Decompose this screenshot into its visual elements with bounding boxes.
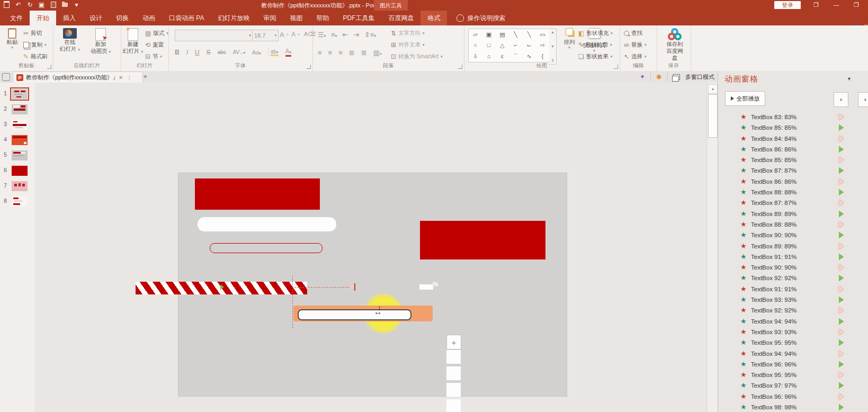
anim-item[interactable]: ★TextBox 84: 84% <box>718 134 868 145</box>
slide-thumbnail-7[interactable] <box>12 181 28 191</box>
anim-item[interactable]: ★TextBox 83: 83% <box>718 112 868 123</box>
anim-item[interactable]: ★TextBox 94: 94% <box>718 317 868 327</box>
anim-item[interactable]: ★TextBox 87: 87% <box>718 198 868 209</box>
open-folder-icon[interactable] <box>61 1 68 8</box>
font-name-combo[interactable]: ▾ <box>175 30 253 41</box>
new-file-icon[interactable] <box>50 1 57 8</box>
shape-icon[interactable]: ⌙ <box>526 42 531 49</box>
move-earlier-button[interactable]: ▲ <box>834 92 848 107</box>
canvas-scrollbar[interactable]: ▲ <box>706 83 718 412</box>
shape-icon[interactable]: ⇩ <box>473 53 478 60</box>
anim-item[interactable]: ★TextBox 88: 88% <box>718 187 868 198</box>
justify-icon[interactable]: ≣ <box>349 49 355 57</box>
new-animation-page-button[interactable]: ➤ 新加 动画页 ▾ <box>87 28 114 55</box>
indent-icon[interactable]: ⇥ <box>353 31 359 39</box>
scrollbar-thumb[interactable] <box>708 94 718 138</box>
white-cell[interactable] <box>446 350 461 364</box>
anim-item[interactable]: ★TextBox 85: 85% <box>718 155 868 166</box>
tab-审阅[interactable]: 审阅 <box>256 11 283 25</box>
align-right-icon[interactable]: ≡ <box>338 49 343 57</box>
change-case-button[interactable]: Aa▾ <box>252 49 261 56</box>
shape-effects-button[interactable]: ❏形状效果▾ <box>578 53 612 60</box>
qat-customize-icon[interactable]: ▾ <box>73 1 80 8</box>
section-button[interactable]: ⊟节▾ <box>145 53 162 60</box>
red-rectangle-title[interactable] <box>195 178 320 210</box>
shape-icon[interactable]: ⌐ <box>514 42 517 48</box>
anim-item[interactable]: ★TextBox 96: 96% <box>718 360 868 370</box>
anim-item[interactable]: ★TextBox 91: 91% <box>718 252 868 263</box>
cut-button[interactable]: ✂剪切 <box>23 30 42 37</box>
white-rounded-bar[interactable] <box>198 217 336 231</box>
numbering-icon[interactable]: ≡▾ <box>331 31 337 39</box>
white-cell[interactable] <box>446 366 461 380</box>
tab-文件[interactable]: 文件 <box>3 11 30 25</box>
shape-icon[interactable]: ∿ <box>526 53 531 60</box>
align-text-button[interactable]: ⊞对齐文本▾ <box>391 41 425 49</box>
anim-item[interactable]: ★TextBox 86: 86% <box>718 145 868 155</box>
shape-icon[interactable]: ⌒ <box>513 52 518 60</box>
login-button[interactable]: 登录 <box>774 1 801 9</box>
anim-item[interactable]: ★TextBox 94: 94% <box>718 349 868 360</box>
anim-item[interactable]: ★TextBox 88: 88% <box>718 220 868 230</box>
shape-icon[interactable]: ╲ <box>527 31 531 38</box>
anim-item[interactable]: ★TextBox 90: 90% <box>718 230 868 241</box>
reset-button[interactable]: ⟲重置 <box>145 41 164 49</box>
tab-幻灯片放映[interactable]: 幻灯片放映 <box>211 11 256 25</box>
scroll-up-icon[interactable]: ▲ <box>708 84 718 94</box>
text-direction-button[interactable]: ⇅文字方向▾ <box>391 30 425 37</box>
anim-item[interactable]: ★TextBox 93: 93% <box>718 295 868 306</box>
distribute-icon[interactable]: ≣ <box>361 49 367 57</box>
anim-item[interactable]: ★TextBox 98: 98% <box>718 402 868 412</box>
anim-item[interactable]: ★TextBox 95: 95% <box>718 338 868 348</box>
new-tab-button[interactable]: + <box>141 73 149 81</box>
format-painter-button[interactable]: ✎格式刷 <box>23 53 48 60</box>
underline-button[interactable]: U <box>195 49 200 56</box>
shape-icon[interactable]: ▱ <box>473 31 477 38</box>
align-left-icon[interactable]: ≡ <box>318 49 322 57</box>
gear-icon[interactable]: ✱ <box>656 73 662 81</box>
anim-item[interactable]: ★TextBox 90: 90% <box>718 263 868 273</box>
red-rectangle-right[interactable] <box>420 221 545 259</box>
select-button[interactable]: ↖选择▾ <box>624 53 647 60</box>
anim-item[interactable]: ★TextBox 96: 96% <box>718 392 868 402</box>
tab-动画[interactable]: 动画 <box>136 11 162 25</box>
subscript-abc-button[interactable]: abc <box>218 49 226 55</box>
tab-开始[interactable]: 开始 <box>30 11 56 25</box>
anim-item[interactable]: ★TextBox 92: 92% <box>718 273 868 284</box>
magic-wand-icon[interactable]: ✦ <box>640 73 645 80</box>
tell-me-search[interactable]: 操作说明搜索 <box>447 11 505 25</box>
shape-icon[interactable]: ▤ <box>499 31 505 38</box>
tab-插入[interactable]: 插入 <box>56 11 83 25</box>
anim-item[interactable]: ★TextBox 93: 93% <box>718 327 868 338</box>
slide-thumbnail-5[interactable] <box>12 150 28 160</box>
bold-button[interactable]: B <box>175 49 180 56</box>
character-spacing-button[interactable]: AV↔▾ <box>233 49 245 55</box>
anim-item[interactable]: ★TextBox 97: 97% <box>718 381 868 391</box>
line-spacing-icon[interactable]: ⇕≡▾ <box>364 31 376 39</box>
move-later-button[interactable]: ▲ <box>858 92 868 107</box>
shape-icon[interactable]: □ <box>487 42 491 48</box>
tab-PDF工具集[interactable]: PDF工具集 <box>336 11 381 25</box>
shape-icon[interactable]: ε <box>501 53 504 59</box>
tab-视图[interactable]: 视图 <box>283 11 309 25</box>
shape-icon[interactable]: ○ <box>473 42 477 48</box>
copy-button[interactable]: 复制▾ <box>23 41 47 49</box>
tab-百度网盘[interactable]: 百度网盘 <box>381 11 420 25</box>
white-cell[interactable] <box>446 399 461 412</box>
undo-icon[interactable]: ↶ <box>15 1 22 8</box>
screen-record-icon[interactable]: ▣ <box>38 1 45 8</box>
layout-button[interactable]: ▤版式▾ <box>145 30 168 37</box>
save-icon[interactable] <box>3 1 10 8</box>
tab-设计[interactable]: 设计 <box>83 11 109 25</box>
slide-thumbnail-2[interactable] <box>12 104 28 114</box>
strikethrough-button[interactable]: S <box>207 49 211 56</box>
paste-button[interactable]: 粘贴▾ <box>3 28 21 50</box>
outdent-icon[interactable]: ⇤ <box>342 31 348 39</box>
replace-button[interactable]: ab替换▾ <box>624 41 647 49</box>
shape-icon[interactable]: ⌂ <box>487 53 491 59</box>
redo-icon[interactable]: ↻ <box>26 1 33 8</box>
slide-thumbnail-8[interactable] <box>12 196 28 207</box>
slide-thumbnail-6[interactable] <box>12 166 28 176</box>
find-button[interactable]: 查找 <box>624 30 642 37</box>
close-tab-icon[interactable]: ✕ <box>119 75 123 80</box>
